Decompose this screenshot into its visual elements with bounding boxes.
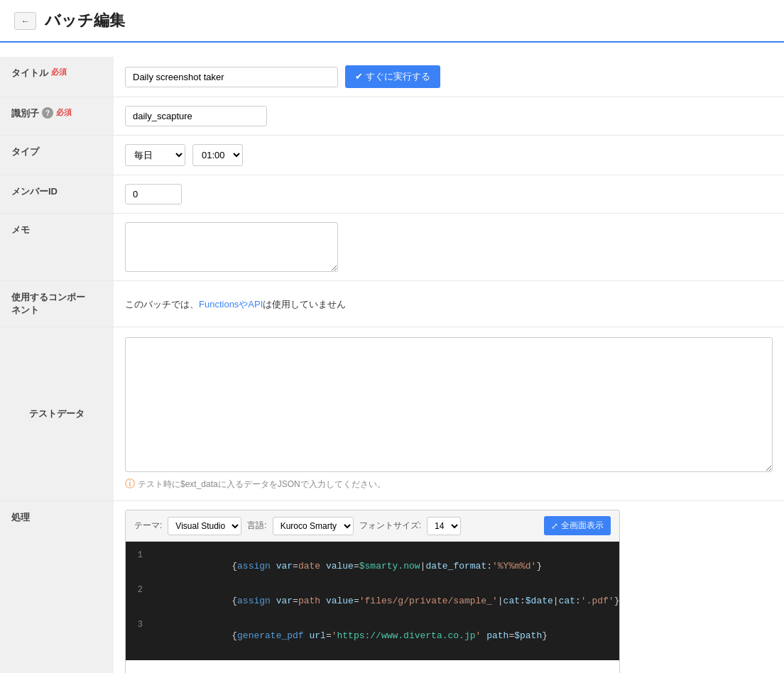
identifier-field — [114, 97, 784, 135]
theme-label: テーマ: — [134, 520, 162, 532]
help-icon[interactable]: ? — [42, 107, 53, 119]
test-data-textarea[interactable] — [125, 337, 773, 472]
code-content-3: {generate_pdf url='https://www.diverta.c… — [154, 620, 619, 652]
fontsize-label: フォントサイズ: — [359, 520, 421, 532]
form-container: タイトル 必須 ✔ すぐに実行する 識別子 ? 必須 タイプ 毎日 毎週 毎月 … — [0, 43, 784, 673]
test-data-row: テストデータ ⓘ テスト時に$ext_dataに入るデータをJSONで入力してく… — [0, 327, 784, 501]
code-line-2: 2 {assign var=path value='files/g/privat… — [126, 584, 619, 618]
processing-row: 処理 テーマ: Visual Studio Monokai GitHub Sol… — [0, 501, 784, 673]
member-id-label: メンバーID — [0, 175, 114, 213]
editor-container: テーマ: Visual Studio Monokai GitHub Solari… — [125, 510, 620, 673]
code-line-3: 3 {generate_pdf url='https://www.diverta… — [126, 618, 619, 653]
code-editor[interactable]: 1 {assign var=date value=$smarty.now|dat… — [126, 542, 619, 660]
components-link[interactable]: FunctionsやAPI — [199, 299, 263, 310]
memo-label: メモ — [0, 214, 114, 280]
fontsize-select[interactable]: 10 12 14 16 18 — [427, 517, 461, 535]
components-field: このバッチでは、FunctionsやAPIは使用していません — [114, 281, 784, 327]
member-id-row: メンバーID — [0, 175, 784, 214]
code-content-2: {assign var=path value='files/g/private/… — [154, 585, 619, 617]
line-number-1: 1 — [126, 550, 154, 560]
fullscreen-button[interactable]: ⤢ 全画面表示 — [544, 516, 611, 535]
test-data-hint: ⓘ テスト時に$ext_dataに入るデータをJSONで入力してください。 — [125, 478, 386, 491]
components-label: 使用するコンポーネント — [0, 281, 114, 327]
components-row: 使用するコンポーネント このバッチでは、FunctionsやAPIは使用していま… — [0, 281, 784, 327]
memo-textarea[interactable] — [125, 222, 338, 272]
lang-label: 言語: — [247, 520, 266, 532]
code-line-1: 1 {assign var=date value=$smarty.now|dat… — [126, 549, 619, 584]
title-required-badge: 必須 — [51, 67, 67, 77]
line-number-2: 2 — [126, 585, 154, 595]
time-select[interactable]: 00:00 01:00 02:00 03:00 12:00 23:00 — [192, 144, 243, 166]
identifier-row: 識別子 ? 必須 — [0, 97, 784, 136]
type-field: 毎日 毎週 毎月 1回のみ 00:00 01:00 02:00 03:00 12… — [114, 136, 784, 175]
memo-row: メモ — [0, 214, 784, 281]
identifier-input[interactable] — [125, 106, 267, 126]
type-row: タイプ 毎日 毎週 毎月 1回のみ 00:00 01:00 02:00 03:0… — [0, 136, 784, 175]
title-row: タイトル 必須 ✔ すぐに実行する — [0, 57, 784, 97]
title-label: タイトル 必須 — [0, 57, 114, 97]
memo-field — [114, 214, 784, 280]
member-id-field — [114, 175, 784, 213]
processing-label: 処理 — [0, 501, 114, 673]
title-input[interactable] — [125, 67, 338, 87]
line-number-3: 3 — [126, 620, 154, 630]
page-title: バッチ編集 — [45, 10, 125, 31]
editor-toolbar: テーマ: Visual Studio Monokai GitHub Solari… — [126, 510, 619, 542]
title-field: ✔ すぐに実行する — [114, 57, 784, 97]
theme-select[interactable]: Visual Studio Monokai GitHub Solarized — [168, 517, 241, 535]
code-content-1: {assign var=date value=$smarty.now|date_… — [154, 550, 619, 582]
type-label: タイプ — [0, 136, 114, 175]
identifier-required-badge: 必須 — [56, 107, 72, 118]
components-text: このバッチでは、FunctionsやAPIは使用していません — [125, 297, 346, 311]
member-id-input[interactable] — [125, 184, 182, 204]
lang-select[interactable]: Kuroco Smarty PHP HTML JavaScript — [273, 517, 354, 535]
type-select[interactable]: 毎日 毎週 毎月 1回のみ — [125, 144, 185, 166]
page-header: ← バッチ編集 — [0, 0, 784, 43]
execute-button[interactable]: ✔ すぐに実行する — [345, 65, 440, 88]
test-data-field: ⓘ テスト時に$ext_dataに入るデータをJSONで入力してください。 — [114, 327, 784, 500]
processing-field: テーマ: Visual Studio Monokai GitHub Solari… — [114, 501, 784, 673]
fullscreen-icon: ⤢ — [551, 521, 558, 531]
test-data-label: テストデータ — [0, 327, 114, 500]
back-button[interactable]: ← — [14, 12, 36, 30]
identifier-label: 識別子 ? 必須 — [0, 97, 114, 135]
hint-icon: ⓘ — [125, 478, 135, 491]
